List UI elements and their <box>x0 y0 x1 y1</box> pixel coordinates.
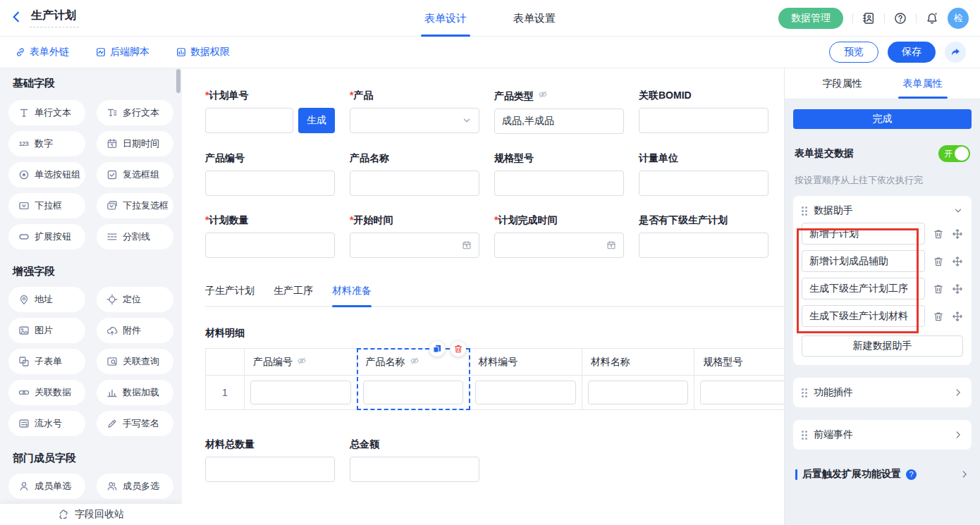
field-button-attachment[interactable]: 附件 <box>97 318 173 343</box>
bom-id-input[interactable] <box>639 108 768 133</box>
column-product-name-selected[interactable]: 产品名称 <box>357 349 470 409</box>
avatar[interactable]: 检 <box>948 8 969 29</box>
field-button-member-multi[interactable]: 成员多选 <box>97 474 173 499</box>
tab-form-properties[interactable]: 表单属性 <box>903 68 943 99</box>
assistant-item-button[interactable]: 生成下级生产计划工序 <box>802 278 925 299</box>
plan-qty-input[interactable] <box>205 233 335 258</box>
field-plan-qty[interactable]: *计划数量 <box>205 214 335 258</box>
cell-input[interactable] <box>250 381 351 404</box>
field-button-serial[interactable]: 流水号 <box>8 411 85 436</box>
tab-form-settings[interactable]: 表单设置 <box>513 0 556 37</box>
field-start-time[interactable]: *开始时间 <box>350 214 479 258</box>
form-external-link[interactable]: 表单外链 <box>16 46 69 58</box>
field-has-sub-plan[interactable]: 是否有下级生产计划 <box>639 214 768 258</box>
column-material-name[interactable]: 材料名称 <box>582 349 695 409</box>
tab-sub-production-plan[interactable]: 子生产计划 <box>205 285 255 306</box>
field-finish-time[interactable]: *计划完成时间 <box>494 214 624 258</box>
scrollbar-thumb[interactable] <box>176 69 180 93</box>
function-plugin-section[interactable]: 功能插件 <box>793 378 972 407</box>
save-button[interactable]: 保存 <box>888 42 936 63</box>
page-title[interactable]: 生产计划 <box>30 8 79 27</box>
cell-input[interactable] <box>588 381 689 404</box>
done-button[interactable]: 完成 <box>793 109 972 129</box>
field-button-select[interactable]: 下拉框 <box>8 193 85 218</box>
help-icon[interactable] <box>894 12 907 25</box>
field-product[interactable]: *产品 <box>350 89 479 134</box>
field-button-single-text[interactable]: 单行文本 <box>8 100 85 125</box>
move-icon[interactable] <box>952 283 963 295</box>
assistant-item-button[interactable]: 新增计划成品辅助 <box>802 250 925 272</box>
post-trigger-settings-link[interactable]: 后置触发扩展功能设置 ? <box>793 468 972 481</box>
cell-input[interactable] <box>700 381 784 404</box>
field-product-type[interactable]: 产品类型 成品,半成品 <box>494 89 624 134</box>
unit-input[interactable] <box>639 171 768 196</box>
field-product-name[interactable]: 产品名称 <box>350 152 479 196</box>
field-button-divider[interactable]: 分割线 <box>97 224 173 249</box>
field-button-image[interactable]: 图片 <box>8 318 85 343</box>
field-button-location[interactable]: 定位 <box>97 287 173 312</box>
chevron-down-icon[interactable] <box>953 206 963 216</box>
tab-material-preparation[interactable]: 材料准备 <box>332 285 372 306</box>
move-icon[interactable] <box>952 256 963 267</box>
data-manage-button[interactable]: 数据管理 <box>778 8 843 29</box>
product-name-input[interactable] <box>350 171 479 196</box>
help-badge-icon[interactable]: ? <box>906 469 917 480</box>
backend-script-link[interactable]: 后端脚本 <box>96 46 149 58</box>
new-data-assistant-button[interactable]: 新建数据助手 <box>802 335 963 357</box>
cell-input[interactable] <box>475 381 576 404</box>
field-button-multi-text[interactable]: 多行文本 <box>97 100 173 125</box>
preview-button[interactable]: 预览 <box>829 42 878 63</box>
tab-production-process[interactable]: 生产工序 <box>274 285 313 306</box>
tab-field-properties[interactable]: 字段属性 <box>823 68 862 99</box>
trash-icon[interactable] <box>933 311 944 322</box>
field-button-link-data[interactable]: 关联数据 <box>8 380 85 405</box>
field-button-address[interactable]: 地址 <box>8 287 85 312</box>
drag-handle-icon[interactable] <box>802 388 807 397</box>
field-button-subform[interactable]: 子表单 <box>8 349 85 374</box>
cell-input[interactable] <box>363 381 464 404</box>
field-button-signature[interactable]: 手写签名 <box>97 411 173 436</box>
column-product-code[interactable]: 产品编号 <box>245 349 357 409</box>
column-material-code[interactable]: 材料编号 <box>470 349 582 409</box>
spec-model-input[interactable] <box>494 171 624 196</box>
product-select[interactable] <box>350 108 479 133</box>
field-spec-model[interactable]: 规格型号 <box>494 152 624 196</box>
material-total-qty-input[interactable] <box>205 457 335 482</box>
field-total-amount[interactable]: 总金额 <box>350 438 479 482</box>
generate-button[interactable]: 生成 <box>298 108 335 133</box>
tab-form-design[interactable]: 表单设计 <box>424 0 467 37</box>
total-amount-input[interactable] <box>350 457 479 482</box>
product-code-input[interactable] <box>205 171 335 196</box>
data-permission-link[interactable]: 数据权限 <box>176 46 230 58</box>
field-button-lookup[interactable]: 关联查询 <box>97 349 173 374</box>
start-time-input[interactable] <box>350 233 479 258</box>
move-icon[interactable] <box>952 311 963 322</box>
plan-no-input[interactable] <box>205 108 293 133</box>
copy-column-button[interactable] <box>429 341 445 357</box>
field-button-multi-select[interactable]: 下拉复选框 <box>97 193 173 218</box>
has-sub-plan-input[interactable] <box>639 233 768 258</box>
drag-handle-icon[interactable] <box>802 431 807 440</box>
assistant-item-button[interactable]: 新增子计划 <box>802 223 925 245</box>
assistant-item-button[interactable]: 生成下级生产计划材料 <box>802 305 925 327</box>
move-icon[interactable] <box>952 228 963 240</box>
drag-handle-icon[interactable] <box>802 206 807 216</box>
field-recycle-bin[interactable]: 字段回收站 <box>0 504 182 525</box>
product-type-input[interactable]: 成品,半成品 <box>494 109 624 134</box>
submit-data-toggle[interactable]: 开 <box>938 145 970 162</box>
delete-column-button[interactable] <box>451 341 466 357</box>
field-bom-id[interactable]: 关联BOMID <box>639 89 768 134</box>
share-button[interactable] <box>945 42 966 63</box>
field-unit[interactable]: 计量单位 <box>639 152 768 196</box>
finish-time-input[interactable] <box>494 233 624 258</box>
contacts-icon[interactable] <box>862 12 875 25</box>
frontend-event-section[interactable]: 前端事件 <box>793 420 972 450</box>
field-button-radio-group[interactable]: 单选按钮组 <box>8 162 85 187</box>
field-button-data-load[interactable]: 数据加载 <box>97 380 173 405</box>
field-button-checkbox-group[interactable]: 复选框组 <box>97 162 173 187</box>
field-button-extend-button[interactable]: 扩展按钮 <box>8 224 85 249</box>
column-spec-model[interactable]: 规格型号 <box>694 349 784 409</box>
field-button-member-single[interactable]: 成员单选 <box>8 474 85 499</box>
field-button-number[interactable]: 123数字 <box>8 131 85 156</box>
trash-icon[interactable] <box>933 228 944 240</box>
